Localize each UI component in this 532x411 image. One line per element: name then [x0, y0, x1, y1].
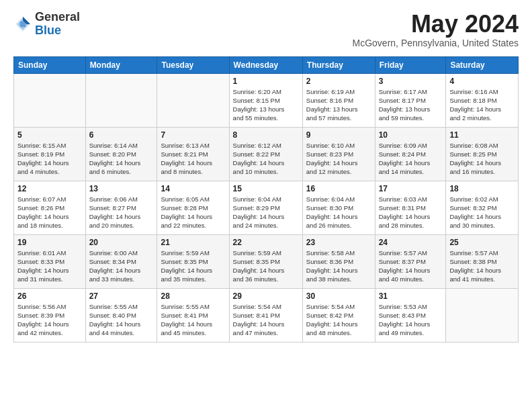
- day-info: Sunrise: 5:55 AMSunset: 8:41 PMDaylight:…: [161, 302, 225, 338]
- day-info: Sunrise: 6:06 AMSunset: 8:27 PMDaylight:…: [89, 195, 154, 230]
- day-info: Sunrise: 6:09 AMSunset: 8:24 PMDaylight:…: [379, 141, 443, 177]
- calendar-cell: 23Sunrise: 5:58 AMSunset: 8:36 PMDayligh…: [302, 234, 375, 288]
- day-info: Sunrise: 5:55 AMSunset: 8:40 PMDaylight:…: [89, 302, 154, 338]
- calendar-cell: 4Sunrise: 6:16 AMSunset: 8:18 PMDaylight…: [446, 73, 519, 127]
- calendar-week-4: 19Sunrise: 6:01 AMSunset: 8:33 PMDayligh…: [14, 234, 519, 288]
- day-info: Sunrise: 6:04 AMSunset: 8:29 PMDaylight:…: [233, 195, 299, 230]
- day-number: 5: [17, 130, 82, 140]
- calendar-cell: 27Sunrise: 5:55 AMSunset: 8:40 PMDayligh…: [85, 288, 157, 342]
- day-info: Sunrise: 6:17 AMSunset: 8:17 PMDaylight:…: [379, 87, 443, 123]
- month-year-title: May 2024: [353, 11, 519, 38]
- calendar-cell: 9Sunrise: 6:10 AMSunset: 8:23 PMDaylight…: [302, 127, 375, 181]
- day-number: 12: [17, 184, 82, 193]
- calendar-cell: 15Sunrise: 6:04 AMSunset: 8:29 PMDayligh…: [229, 181, 302, 234]
- calendar-cell: 19Sunrise: 6:01 AMSunset: 8:33 PMDayligh…: [14, 234, 86, 288]
- day-info: Sunrise: 5:56 AMSunset: 8:39 PMDaylight:…: [17, 302, 82, 338]
- day-info: Sunrise: 6:16 AMSunset: 8:18 PMDaylight:…: [449, 87, 515, 123]
- weekday-header-saturday: Saturday: [446, 56, 519, 73]
- day-info: Sunrise: 6:02 AMSunset: 8:32 PMDaylight:…: [449, 195, 515, 230]
- calendar-week-1: 1Sunrise: 6:20 AMSunset: 8:15 PMDaylight…: [14, 73, 519, 127]
- logo: General Blue: [13, 11, 80, 38]
- calendar-cell: 14Sunrise: 6:05 AMSunset: 8:28 PMDayligh…: [157, 181, 229, 234]
- day-info: Sunrise: 5:59 AMSunset: 8:35 PMDaylight:…: [161, 248, 225, 284]
- calendar-header: SundayMondayTuesdayWednesdayThursdayFrid…: [14, 56, 519, 73]
- day-info: Sunrise: 6:20 AMSunset: 8:15 PMDaylight:…: [233, 87, 299, 123]
- calendar-cell: 29Sunrise: 5:54 AMSunset: 8:41 PMDayligh…: [229, 288, 302, 342]
- weekday-header-tuesday: Tuesday: [157, 56, 229, 73]
- day-info: Sunrise: 6:03 AMSunset: 8:31 PMDaylight:…: [379, 195, 443, 230]
- day-number: 8: [233, 130, 299, 140]
- calendar-cell: 28Sunrise: 5:55 AMSunset: 8:41 PMDayligh…: [157, 288, 229, 342]
- logo-icon: [13, 15, 32, 34]
- day-number: 10: [379, 130, 443, 140]
- day-number: 23: [306, 238, 371, 247]
- day-info: Sunrise: 6:13 AMSunset: 8:21 PMDaylight:…: [161, 141, 225, 177]
- weekday-header-friday: Friday: [375, 56, 446, 73]
- day-number: 22: [233, 238, 299, 247]
- calendar-cell: 13Sunrise: 6:06 AMSunset: 8:27 PMDayligh…: [85, 181, 157, 234]
- day-number: 15: [233, 184, 299, 193]
- calendar-body: 1Sunrise: 6:20 AMSunset: 8:15 PMDaylight…: [14, 73, 519, 342]
- calendar-cell: 17Sunrise: 6:03 AMSunset: 8:31 PMDayligh…: [375, 181, 446, 234]
- day-info: Sunrise: 6:08 AMSunset: 8:25 PMDaylight:…: [449, 141, 515, 177]
- day-info: Sunrise: 6:12 AMSunset: 8:22 PMDaylight:…: [233, 141, 299, 177]
- day-number: 20: [89, 238, 154, 247]
- calendar-cell: 3Sunrise: 6:17 AMSunset: 8:17 PMDaylight…: [375, 73, 446, 127]
- logo-general: General: [35, 11, 80, 24]
- day-number: 28: [161, 291, 225, 301]
- day-info: Sunrise: 5:57 AMSunset: 8:38 PMDaylight:…: [449, 248, 515, 284]
- day-number: 19: [17, 238, 82, 247]
- day-number: 31: [379, 291, 443, 301]
- day-info: Sunrise: 5:54 AMSunset: 8:42 PMDaylight:…: [306, 302, 371, 338]
- day-number: 7: [161, 130, 225, 140]
- calendar-cell: [85, 73, 157, 127]
- calendar-cell: 11Sunrise: 6:08 AMSunset: 8:25 PMDayligh…: [446, 127, 519, 181]
- calendar-week-5: 26Sunrise: 5:56 AMSunset: 8:39 PMDayligh…: [14, 288, 519, 342]
- day-number: 24: [379, 238, 443, 247]
- weekday-header-wednesday: Wednesday: [229, 56, 302, 73]
- day-info: Sunrise: 6:10 AMSunset: 8:23 PMDaylight:…: [306, 141, 371, 177]
- calendar-cell: 2Sunrise: 6:19 AMSunset: 8:16 PMDaylight…: [302, 73, 375, 127]
- calendar-cell: 10Sunrise: 6:09 AMSunset: 8:24 PMDayligh…: [375, 127, 446, 181]
- calendar-cell: 25Sunrise: 5:57 AMSunset: 8:38 PMDayligh…: [446, 234, 519, 288]
- calendar-cell: 20Sunrise: 6:00 AMSunset: 8:34 PMDayligh…: [85, 234, 157, 288]
- day-info: Sunrise: 6:14 AMSunset: 8:20 PMDaylight:…: [89, 141, 154, 177]
- day-number: 30: [306, 291, 371, 301]
- calendar-week-2: 5Sunrise: 6:15 AMSunset: 8:19 PMDaylight…: [14, 127, 519, 181]
- day-number: 6: [89, 130, 154, 140]
- calendar-cell: 1Sunrise: 6:20 AMSunset: 8:15 PMDaylight…: [229, 73, 302, 127]
- day-info: Sunrise: 6:15 AMSunset: 8:19 PMDaylight:…: [17, 141, 82, 177]
- calendar-cell: 18Sunrise: 6:02 AMSunset: 8:32 PMDayligh…: [446, 181, 519, 234]
- logo-text: General Blue: [35, 11, 80, 38]
- day-number: 16: [306, 184, 371, 193]
- day-number: 13: [89, 184, 154, 193]
- day-number: 3: [379, 77, 443, 86]
- day-number: 17: [379, 184, 443, 193]
- weekday-header-monday: Monday: [85, 56, 157, 73]
- weekday-header-thursday: Thursday: [302, 56, 375, 73]
- day-number: 4: [449, 77, 515, 86]
- weekday-header-row: SundayMondayTuesdayWednesdayThursdayFrid…: [14, 56, 519, 73]
- calendar-cell: 21Sunrise: 5:59 AMSunset: 8:35 PMDayligh…: [157, 234, 229, 288]
- title-block: May 2024 McGovern, Pennsylvania, United …: [353, 11, 519, 48]
- calendar-cell: [446, 288, 519, 342]
- day-info: Sunrise: 5:53 AMSunset: 8:43 PMDaylight:…: [379, 302, 443, 338]
- calendar-cell: [14, 73, 86, 127]
- day-number: 26: [17, 291, 82, 301]
- day-number: 9: [306, 130, 371, 140]
- day-number: 14: [161, 184, 225, 193]
- calendar-cell: 26Sunrise: 5:56 AMSunset: 8:39 PMDayligh…: [14, 288, 86, 342]
- calendar-cell: 8Sunrise: 6:12 AMSunset: 8:22 PMDaylight…: [229, 127, 302, 181]
- page-header: General Blue May 2024 McGovern, Pennsylv…: [13, 11, 519, 48]
- day-number: 27: [89, 291, 154, 301]
- calendar-cell: 22Sunrise: 5:59 AMSunset: 8:35 PMDayligh…: [229, 234, 302, 288]
- day-info: Sunrise: 6:19 AMSunset: 8:16 PMDaylight:…: [306, 87, 371, 123]
- day-number: 25: [449, 238, 515, 247]
- day-info: Sunrise: 6:05 AMSunset: 8:28 PMDaylight:…: [161, 195, 225, 230]
- day-number: 18: [449, 184, 515, 193]
- weekday-header-sunday: Sunday: [14, 56, 86, 73]
- day-info: Sunrise: 6:00 AMSunset: 8:34 PMDaylight:…: [89, 248, 154, 284]
- calendar-cell: 7Sunrise: 6:13 AMSunset: 8:21 PMDaylight…: [157, 127, 229, 181]
- calendar-cell: 12Sunrise: 6:07 AMSunset: 8:26 PMDayligh…: [14, 181, 86, 234]
- day-info: Sunrise: 5:54 AMSunset: 8:41 PMDaylight:…: [233, 302, 299, 338]
